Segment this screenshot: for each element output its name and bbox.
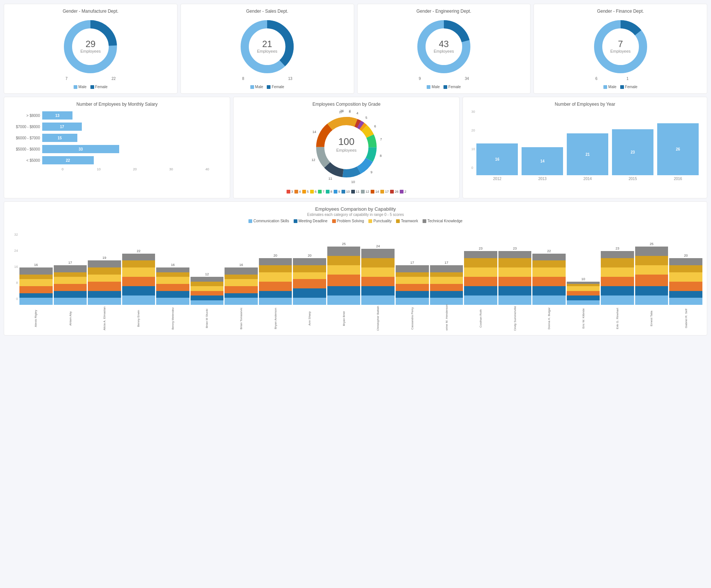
cap-segment — [122, 277, 155, 286]
bar-label: < $5000 — [9, 158, 42, 163]
cap-y-label: 8 — [9, 281, 18, 285]
cap-bar-name: Cindy Summerville — [503, 306, 527, 331]
cap-total: 23 — [479, 247, 482, 250]
cap-segment — [225, 293, 258, 298]
gender-row: Gender - Manufacture Dept. 29 Employees … — [4, 4, 707, 94]
cap-bar-stack — [19, 267, 53, 305]
cap-total: 20 — [273, 254, 277, 257]
year-bar-col: 26 2016 — [657, 123, 699, 181]
cap-bar-col: 16 Alexis Rigley — [19, 263, 53, 331]
cap-total: 16 — [171, 263, 174, 267]
cap-bar-stack — [293, 258, 326, 305]
cap-segment — [19, 286, 53, 293]
cap-segment — [225, 267, 258, 275]
cap-segment — [88, 275, 121, 282]
cap-legend-item: Technical Knowledge — [423, 219, 463, 223]
cap-segment — [54, 272, 87, 277]
cap-segment — [430, 284, 463, 291]
cap-bar-col: 16 Brian Tomasevic — [225, 263, 258, 331]
cap-segment — [464, 295, 497, 305]
svg-text:9: 9 — [371, 170, 372, 174]
cap-segment — [601, 251, 634, 258]
cap-bar-name: Gabriel R. Self — [674, 309, 698, 328]
year-bar-label: 2013 — [538, 177, 547, 181]
cap-total: 16 — [34, 263, 38, 267]
grade-legend: 3 4 5 6 7 8 9 10 11 12 14 17 26 2 — [238, 190, 455, 194]
cap-segment — [498, 286, 532, 295]
year-bar-label: 2015 — [629, 177, 637, 181]
cap-bar-stack — [191, 277, 224, 305]
cap-segment — [635, 247, 668, 256]
bar-outer: 22 — [42, 156, 225, 164]
cap-total: 22 — [137, 249, 140, 253]
bar-outer: 33 — [42, 145, 225, 153]
year-card: Number of Employees by Year 3020100 16 2… — [463, 97, 707, 198]
cap-segment — [498, 258, 532, 267]
bar-row: > $8000 13 — [9, 111, 225, 120]
donut-wrap: 43 Employees — [414, 17, 474, 77]
cap-segment — [191, 295, 224, 300]
cap-bar-stack — [430, 265, 463, 305]
bar-fill: 33 — [42, 145, 119, 153]
donut-label: 43 Employees — [434, 40, 454, 54]
donut-wrap: 29 Employees — [61, 17, 120, 77]
cap-bar-name: Benny Melendez — [161, 307, 185, 330]
grade-legend-item: 3 — [287, 190, 293, 194]
capability-subtitle: Estimates each category of capability in… — [9, 213, 702, 217]
cap-bar-stack — [396, 265, 429, 305]
cap-legend-label: Technical Knowledge — [427, 219, 463, 223]
cap-bar-col: 20 Gabriel R. Self — [669, 254, 702, 331]
grade-legend-item: 26 — [390, 190, 398, 194]
svg-text:5: 5 — [365, 116, 367, 120]
cap-segment — [191, 286, 224, 291]
cap-segment — [361, 286, 395, 295]
cap-legend-item: Meeting Deadline — [294, 219, 328, 223]
cap-segment — [156, 267, 189, 272]
cap-total: 20 — [308, 254, 312, 257]
cap-bar-stack — [327, 247, 361, 305]
bar-fill: 22 — [42, 156, 94, 164]
cap-segment — [361, 277, 395, 286]
bar-fill: 15 — [42, 134, 77, 142]
cap-segment — [498, 267, 532, 277]
cap-segment — [532, 260, 566, 267]
cap-bar-col: 19 Alicia A. Elmaslan — [88, 256, 121, 331]
cap-bar-col: 16 Benny Melendez — [156, 263, 189, 331]
cap-bar-col: 10 Eric W. Kilbride — [567, 277, 600, 331]
cap-y-label: 0 — [9, 297, 18, 301]
cap-bar-col: 23 Erik G. Rinehart — [601, 247, 634, 331]
cap-segment — [567, 286, 600, 291]
cap-segment — [601, 267, 634, 277]
cap-segment — [532, 254, 566, 261]
cap-bar-name: Brian M Stucki — [195, 309, 219, 328]
cap-segment — [259, 291, 292, 298]
svg-text:4: 4 — [356, 111, 358, 115]
cap-total: 16 — [239, 263, 243, 267]
cap-segment — [498, 295, 532, 305]
svg-text:2: 2 — [349, 110, 351, 112]
cap-segment — [293, 279, 326, 288]
cap-bar-name: Ahlam Aby — [58, 311, 82, 325]
cap-legend-item: Communication Skills — [248, 219, 289, 223]
cap-segment — [498, 277, 532, 286]
bar-row: $6000 - $7000 15 — [9, 134, 225, 142]
cap-segment — [54, 298, 87, 305]
cap-total: 25 — [342, 242, 346, 246]
cap-segment — [225, 279, 258, 286]
cap-bar-stack — [635, 247, 668, 305]
cap-bar-name: Brian Tomasevic — [229, 307, 253, 329]
cap-bar-stack — [567, 282, 600, 305]
bar-row: $7000 - $8000 17 — [9, 123, 225, 131]
cap-bar-col: 23 Costhan Roth — [464, 247, 497, 331]
cap-total: 22 — [547, 249, 551, 253]
cap-segment — [669, 298, 702, 305]
year-bar: 14 — [522, 147, 563, 175]
cap-segment — [396, 291, 429, 298]
cap-segment — [430, 265, 463, 272]
year-bar: 23 — [612, 129, 653, 175]
y-label: 0 — [471, 166, 475, 170]
capability-card: Employees Comparison by Capability Estim… — [4, 201, 707, 335]
cap-bar-col: 25 Bryan Brier — [327, 242, 361, 331]
cap-y-label: 32 — [9, 233, 18, 236]
cap-segment — [396, 272, 429, 277]
